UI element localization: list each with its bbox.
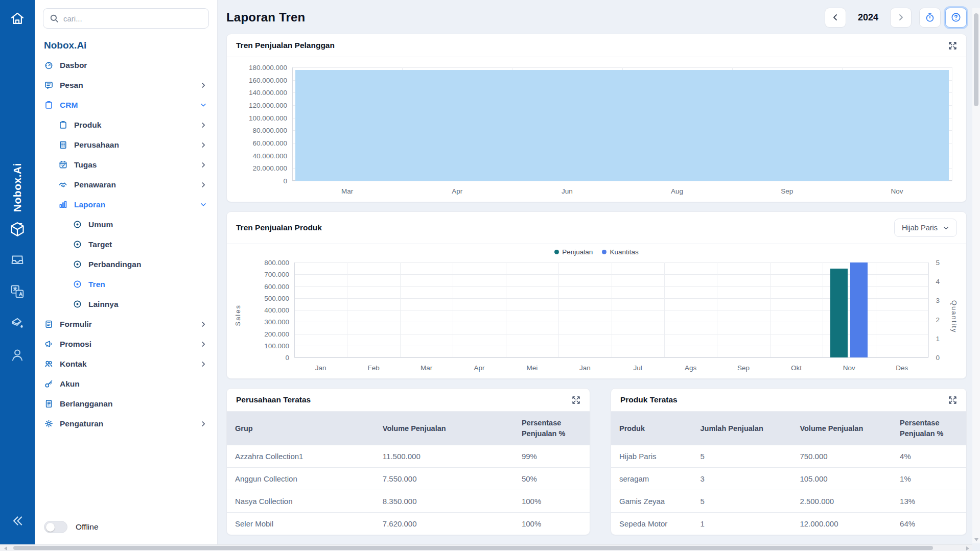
radio-icon: [73, 220, 82, 229]
table-row[interactable]: seragam3105.0001%: [611, 468, 966, 490]
sidebar-item-tren[interactable]: Tren: [35, 274, 217, 294]
chevron-right-icon: [200, 321, 207, 328]
legend-dot: [554, 250, 559, 254]
gridline: [558, 262, 559, 357]
horizontal-scrollbar[interactable]: [0, 544, 972, 551]
sidebar-item-target[interactable]: Target: [35, 234, 217, 254]
legend-item-penjualan[interactable]: Penjualan: [554, 248, 593, 256]
y-axis-tick: 180.000.000: [232, 64, 287, 71]
sidebar-item-lainnya[interactable]: Lainnya: [35, 294, 217, 314]
column-header: Volume Penjualan: [791, 412, 892, 445]
sidebar-item-pesan[interactable]: Pesan: [35, 75, 217, 95]
y-axis-tick-left: 800.000: [245, 259, 289, 267]
sidebar-item-label: Perbandingan: [88, 260, 207, 269]
chevron-down-icon: [200, 102, 207, 109]
sidebar-item-tugas[interactable]: Tugas: [35, 155, 217, 175]
sidebar-item-akun[interactable]: Akun: [35, 374, 217, 394]
sidebar-item-penawaran[interactable]: Penawaran: [35, 175, 217, 195]
sidebar-item-umum[interactable]: Umum: [35, 214, 217, 234]
table-row[interactable]: Azzahra Collection111.500.00099%: [227, 445, 590, 468]
inbox-icon[interactable]: [7, 250, 28, 270]
sidebar-item-label: CRM: [60, 101, 193, 110]
chevron-right-icon: [200, 161, 207, 169]
sidebar-item-label: Dasbor: [60, 61, 207, 70]
product-select[interactable]: Hijab Paris: [894, 219, 957, 237]
row-value-cell: 4%: [892, 445, 966, 468]
table-row[interactable]: Hijab Paris5750.0004%: [611, 445, 966, 468]
horizontal-scrollbar-thumb[interactable]: [13, 546, 933, 550]
sidebar-item-laporan[interactable]: Laporan: [35, 195, 217, 214]
search-box: [43, 8, 209, 29]
plot-area: [292, 67, 952, 181]
help-button[interactable]: [945, 8, 967, 28]
tables-row: Perusahaan Teratas GrupVolume PenjualanP…: [226, 388, 967, 535]
bar-penjualan-nov[interactable]: [830, 269, 848, 357]
row-value-cell: 750.000: [791, 445, 892, 468]
next-year-button[interactable]: [890, 8, 912, 28]
scroll-left-arrow-icon[interactable]: [4, 546, 7, 550]
sidebar-item-berlangganan[interactable]: Berlangganan: [35, 394, 217, 414]
timer-button[interactable]: [919, 8, 941, 28]
sidebar-item-label: Target: [88, 240, 207, 249]
table-row[interactable]: Sepeda Motor112.000.00064%: [611, 513, 966, 535]
chevron-right-icon: [200, 141, 207, 149]
expand-icon[interactable]: [572, 396, 580, 404]
sidebar-item-produk[interactable]: Produk: [35, 115, 217, 135]
table-row[interactable]: Gamis Zeyaa52.500.00013%: [611, 490, 966, 513]
offline-label: Offline: [76, 522, 99, 532]
legend-item-kuantitas[interactable]: Kuantitas: [602, 248, 638, 256]
sidebar-item-dasbor[interactable]: Dasbor: [35, 55, 217, 75]
translate-icon[interactable]: [7, 281, 28, 302]
row-value-cell: 12.000.000: [791, 513, 892, 535]
scroll-down-arrow-icon[interactable]: [974, 538, 978, 541]
sidebar-nav: Dasbor Pesan CRM Produk Perusahaan Tugas…: [35, 55, 217, 434]
offline-toggle[interactable]: [44, 521, 67, 533]
home-icon[interactable]: [7, 8, 28, 29]
sidebar-item-pengaturan[interactable]: Pengaturan: [35, 414, 217, 434]
x-axis-tick: Apr: [452, 187, 462, 195]
expand-icon[interactable]: [948, 41, 957, 50]
column-header: Produk: [611, 412, 692, 445]
sidebar-item-perbandingan[interactable]: Perbandingan: [35, 254, 217, 274]
card-title-top-companies: Perusahaan Teratas: [236, 395, 311, 404]
y-axis-tick-right: 5: [936, 259, 940, 267]
expand-icon[interactable]: [948, 396, 957, 404]
column-header: Volume Penjualan: [375, 412, 514, 445]
row-name-cell: Sepeda Motor: [611, 513, 692, 535]
prev-year-button[interactable]: [825, 8, 846, 28]
page-title: Laporan Tren: [226, 10, 305, 25]
x-axis-tick: Aug: [671, 187, 683, 195]
table-row[interactable]: Anggun Collection7.550.00050%: [227, 468, 590, 490]
vertical-scrollbar-thumb[interactable]: [974, 13, 978, 106]
sidebar-item-crm[interactable]: CRM: [35, 95, 217, 115]
table-row[interactable]: Nasya Collection8.350.000100%: [227, 490, 590, 513]
chevron-right-icon: [200, 181, 207, 188]
column-header: Persentase Penjualan %: [892, 412, 966, 445]
sidebar-item-promosi[interactable]: Promosi: [35, 334, 217, 354]
gridline: [876, 262, 876, 357]
sidebar-item-label: Berlangganan: [60, 399, 207, 409]
main-content: Laporan Tren 2024 Tren Penjuala: [218, 0, 980, 551]
y-axis-tick: 100.000.000: [232, 114, 287, 122]
collapse-sidebar-icon[interactable]: [7, 511, 28, 531]
table-row[interactable]: Seler Mobil7.620.000100%: [227, 513, 590, 535]
logo-cube-icon[interactable]: [7, 219, 28, 239]
ink-drop-icon[interactable]: [7, 313, 28, 333]
sidebar-item-formulir[interactable]: Formulir: [35, 314, 217, 334]
gridline: [823, 262, 823, 357]
sidebar-item-label: Produk: [74, 121, 193, 130]
search-input[interactable]: [63, 14, 202, 23]
column-header: Jumlah Penjualan: [692, 412, 791, 445]
column-header: Grup: [227, 412, 375, 445]
y-axis-line: [292, 67, 293, 181]
chart-bars-icon: [58, 200, 67, 209]
sidebar-item-perusahaan[interactable]: Perusahaan: [35, 135, 217, 155]
radio-icon: [73, 260, 82, 269]
sidebar-item-kontak[interactable]: Kontak: [35, 354, 217, 374]
sidebar-item-label: Kontak: [60, 360, 193, 369]
bar-kuantitas-nov[interactable]: [850, 262, 868, 357]
vertical-scrollbar[interactable]: [972, 8, 980, 543]
search-icon: [50, 14, 59, 23]
user-icon[interactable]: [7, 345, 28, 365]
scroll-right-arrow-icon[interactable]: [966, 546, 969, 550]
